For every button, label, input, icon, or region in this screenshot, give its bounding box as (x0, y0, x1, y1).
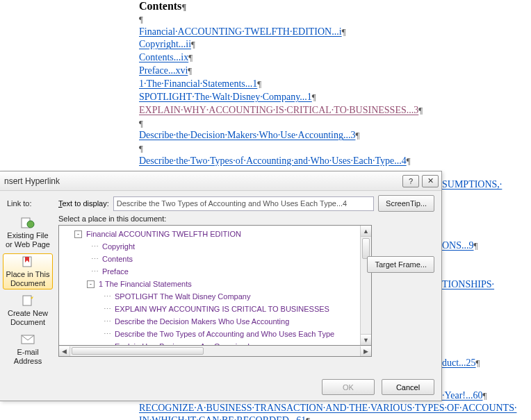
toc-link[interactable]: 1·The·Financial·Statements...1 (139, 78, 257, 89)
close-icon: ✕ (427, 176, 434, 185)
doc-heading: Contents¶ (139, 0, 531, 12)
help-icon: ? (409, 177, 413, 185)
linkto-create-new-document[interactable]: Create New Document (3, 292, 53, 328)
toc-link[interactable]: Describe·the·Decision·Makers·Who·Use·Acc… (139, 130, 355, 140)
tree-node[interactable]: Explain How Businesses Are Organized (113, 342, 250, 345)
scroll-thumb[interactable] (72, 347, 204, 355)
toc-link-visited[interactable]: EXPLAIN·WHY·ACCOUNTING·IS·CRITICAL·TO·BU… (139, 105, 418, 115)
dialog-titlebar[interactable]: nsert Hyperlink ? ✕ (0, 171, 441, 191)
insert-hyperlink-dialog: nsert Hyperlink ? ✕ Link to: Text to dis… (0, 171, 442, 401)
svg-rect-3 (23, 296, 31, 305)
toc-link-partial[interactable]: ·Year!...60 (442, 390, 482, 401)
toc-link[interactable]: Financial·ACCOUNTING·TWELFTH·EDITION...i (139, 26, 342, 37)
tree-node[interactable]: Copyright (101, 242, 135, 251)
para-mark: ¶ (139, 142, 531, 155)
toc-link-partial[interactable]: TIONSHIPS· (442, 279, 494, 290)
svg-point-1 (27, 221, 34, 228)
text-to-display-input[interactable] (113, 196, 374, 211)
toc-link[interactable]: SPOTLIGHT·The·Walt·Disney·Company...1 (139, 92, 312, 102)
screentip-button[interactable]: ScreenTip... (378, 195, 434, 212)
help-button[interactable]: ? (402, 175, 419, 187)
tree-node[interactable]: Describe the Decision Makers Who Use Acc… (113, 317, 289, 326)
para-mark: ¶ (139, 13, 531, 26)
ok-button[interactable]: OK (322, 379, 375, 395)
toc-link[interactable]: Describe·the·Two·Types·of·Accounting·and… (139, 156, 407, 166)
close-button[interactable]: ✕ (422, 175, 439, 187)
para-mark: ¶ (139, 117, 531, 130)
new-document-icon (20, 294, 35, 307)
tree-node[interactable]: Preface (101, 267, 129, 276)
toc-link[interactable]: RECOGNIZE·A·BUSINESS·TRANSACTION·AND·THE… (139, 403, 516, 414)
collapse-icon[interactable]: - (87, 280, 95, 288)
bookmark-page-icon (20, 255, 35, 268)
tree-node[interactable]: SPOTLIGHT The Walt Disney Company (113, 292, 250, 301)
linkto-place-in-document[interactable]: Place in This Document (3, 253, 53, 289)
scroll-left-arrow-icon[interactable]: ◀ (59, 346, 70, 356)
linkto-existing-file[interactable]: Existing File or Web Page (3, 215, 53, 251)
scroll-down-arrow-icon[interactable]: ▼ (361, 334, 371, 345)
toc-link-partial[interactable]: ONS...9 (442, 240, 474, 251)
tree-node[interactable]: 1 The Financial Statements (97, 280, 192, 288)
scroll-right-arrow-icon[interactable]: ▶ (360, 346, 371, 356)
link-to-label: Link to: (7, 199, 54, 208)
tree-node[interactable]: Describe the Two Types of Accounting and… (113, 330, 334, 338)
tree-node[interactable]: Financial ACCOUNTING TWELFTH EDITION (85, 230, 241, 238)
toc-link-partial[interactable]: SUMPTIONS,· (442, 179, 502, 190)
dialog-title: nsert Hyperlink (4, 176, 400, 186)
target-frame-button[interactable]: Target Frame... (367, 256, 434, 273)
select-place-label: Select a place in this document: (58, 215, 372, 223)
tree-node[interactable]: EXPLAIN WHY ACCOUNTING IS CRITICAL TO BU… (113, 305, 329, 313)
globe-page-icon (20, 217, 35, 229)
link-to-panel: Existing File or Web Page Place in This … (3, 215, 54, 367)
toc-link[interactable]: Preface...xvi (139, 65, 188, 76)
tree-node[interactable]: Contents (101, 255, 133, 263)
cancel-button[interactable]: Cancel (382, 379, 434, 395)
tree-vertical-scrollbar[interactable]: ▲ ▼ (360, 226, 371, 345)
toc-link-partial[interactable]: duct...25 (442, 358, 476, 368)
tree-horizontal-scrollbar[interactable]: ◀ ▶ (58, 346, 372, 357)
envelope-icon (20, 333, 35, 346)
toc-link[interactable]: IN·WHICH·IT·CAN·BE·RECORDED...61 (139, 415, 306, 420)
toc-link[interactable]: Copyright...ii (139, 39, 191, 49)
toc-link[interactable]: Contents...ix (139, 52, 188, 62)
heading-tree[interactable]: -Financial ACCOUNTING TWELFTH EDITION ⋯C… (58, 225, 372, 346)
collapse-icon[interactable]: - (74, 230, 82, 238)
text-to-display-label: Text to display: (58, 199, 109, 208)
scroll-up-arrow-icon[interactable]: ▲ (361, 226, 371, 237)
linkto-email-address[interactable]: E-mail Address (3, 331, 53, 367)
